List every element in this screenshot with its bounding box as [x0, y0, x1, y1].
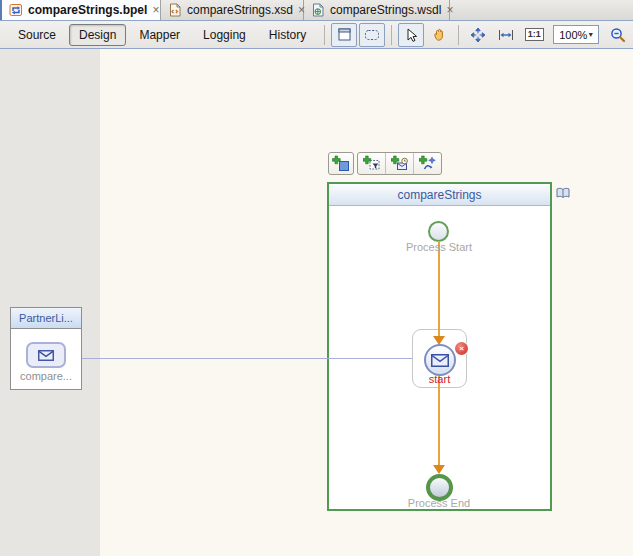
receive-activity-label: start: [412, 373, 467, 385]
partner-link-operation-label: compare...: [11, 370, 81, 382]
tab-label: compareStrings.bpel: [28, 3, 147, 17]
partner-link-node[interactable]: PartnerLi... compare...: [10, 307, 82, 390]
bpel-designer-window: compareStrings.bpel × compareStrings.xsd…: [0, 0, 633, 556]
show-boundaries-toggle[interactable]: [359, 23, 385, 47]
view-history-button[interactable]: History: [259, 24, 316, 46]
cursor-icon: [403, 27, 419, 43]
partner-link-operation[interactable]: [26, 342, 66, 368]
one-to-one-icon: 1:1: [525, 28, 544, 41]
toolbar-separator: [324, 25, 325, 45]
view-source-button[interactable]: Source: [8, 24, 66, 46]
window-icon: [337, 27, 352, 42]
view-design-button[interactable]: Design: [69, 24, 126, 46]
toolbar-separator: [391, 25, 392, 45]
add-scope-filter-icon: [363, 155, 381, 172]
fit-diagram-icon: [470, 27, 486, 43]
fit-diagram-button[interactable]: [465, 23, 491, 47]
marquee-icon: [364, 28, 380, 42]
envelope-icon: [431, 354, 449, 367]
receive-activity-circle[interactable]: [424, 344, 456, 376]
zoom-level-combobox[interactable]: 100% ▼: [553, 25, 599, 44]
select-tool-button[interactable]: [398, 23, 424, 47]
palette-add-scope-button[interactable]: [358, 153, 385, 174]
flow-line-bottom: [438, 376, 440, 465]
palette-add-receive-button[interactable]: [385, 153, 413, 174]
tab-comparestrings-bpel[interactable]: compareStrings.bpel ×: [0, 0, 161, 20]
diagram-canvas[interactable]: PartnerLi... compare...: [0, 49, 633, 556]
process-start-node[interactable]: [428, 221, 449, 242]
fit-width-button[interactable]: [493, 23, 519, 47]
xsd-file-icon: [168, 3, 182, 17]
flow-line-top: [438, 241, 440, 336]
add-activity-icon: [332, 155, 350, 172]
tab-label: compareStrings.wsdl: [330, 3, 441, 17]
zoom-level-value: 100%: [559, 29, 587, 41]
tab-comparestrings-xsd[interactable]: compareStrings.xsd ×: [161, 0, 304, 20]
partner-links-gutter: [0, 49, 100, 556]
error-badge-icon[interactable]: ×: [455, 342, 468, 355]
imports-button[interactable]: [556, 185, 570, 203]
zoom-out-icon: [610, 27, 626, 43]
flow-arrowhead-bottom: [433, 465, 445, 474]
partner-link-title: PartnerLi...: [11, 308, 81, 329]
hand-icon: [431, 27, 447, 43]
add-new-element-icon: [419, 155, 437, 172]
add-receive-event-icon: [391, 155, 409, 172]
palette-add-new-element-button[interactable]: [413, 153, 441, 174]
open-book-icon: [556, 187, 570, 199]
wsdl-file-icon: [311, 3, 325, 17]
view-mapper-button[interactable]: Mapper: [129, 24, 190, 46]
tab-label: compareStrings.xsd: [187, 3, 293, 17]
process-end-label: Process End: [379, 497, 499, 509]
one-to-one-zoom-button[interactable]: 1:1: [521, 23, 547, 47]
document-tab-bar: compareStrings.bpel × compareStrings.xsd…: [0, 0, 633, 21]
tab-close-icon[interactable]: ×: [152, 4, 159, 16]
tab-comparestrings-wsdl[interactable]: compareStrings.wsdl ×: [304, 0, 450, 20]
palette-button-group: [357, 152, 442, 175]
view-logging-button[interactable]: Logging: [193, 24, 256, 46]
fit-width-icon: [498, 29, 514, 41]
tab-close-icon[interactable]: ×: [446, 4, 453, 16]
toolbar-separator: [458, 25, 459, 45]
show-partner-links-toggle[interactable]: [331, 23, 357, 47]
palette-add-activity-button[interactable]: [328, 152, 354, 175]
zoom-out-button[interactable]: [605, 23, 631, 47]
message-link-line[interactable]: [66, 358, 417, 359]
designer-toolbar: Source Design Mapper Logging History: [0, 21, 633, 49]
chevron-down-icon: ▼: [587, 31, 598, 38]
pan-tool-button[interactable]: [426, 23, 452, 47]
process-title[interactable]: compareStrings: [329, 184, 550, 206]
bpel-file-icon: [9, 3, 23, 17]
process-start-label: Process Start: [379, 241, 499, 253]
envelope-icon: [38, 350, 54, 361]
